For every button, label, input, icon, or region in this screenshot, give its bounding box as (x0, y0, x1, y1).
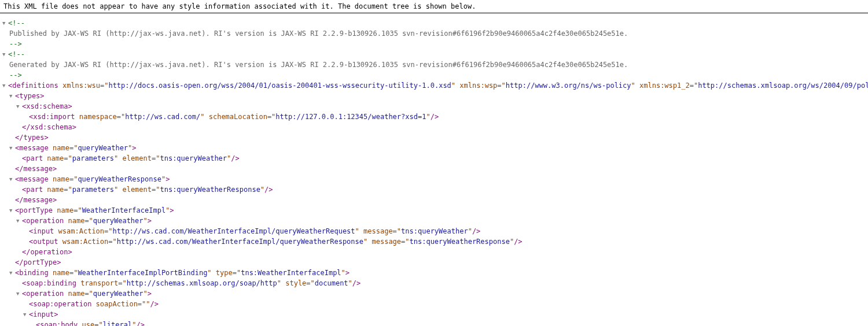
toggle-icon[interactable]: ▼ (16, 103, 22, 111)
toggle-icon[interactable]: ▼ (2, 51, 8, 59)
comment-close: --> (9, 40, 22, 48)
xsd-import: <xsd:import namespace="http://ws.cad.com… (2, 112, 866, 122)
output: <output wsam:Action="http://ws.cad.com/W… (2, 236, 866, 247)
comment-open: <!-- (8, 19, 25, 27)
comment-open: <!-- (8, 50, 25, 58)
toggle-icon[interactable]: ▼ (9, 92, 15, 101)
toggle-icon[interactable]: ▼ (16, 217, 22, 225)
types-close: </types> (15, 134, 49, 142)
input: <input wsam:Action="http://ws.cad.com/We… (2, 226, 866, 236)
part: <part name="parameters" element="tns:que… (2, 184, 866, 195)
toggle-icon[interactable]: ▼ (9, 207, 15, 215)
xsd-schema-open: <xsd:schema> (22, 102, 72, 110)
definitions-open: ▼<definitions xmlns:wsu="http://docs.oas… (2, 80, 866, 91)
xsd-schema-close: </xsd:schema> (22, 123, 76, 131)
comment-close: --> (9, 71, 22, 79)
comment-text: Published by JAX-WS RI (http://jax-ws.ja… (9, 29, 628, 38)
toggle-icon[interactable]: ▼ (23, 311, 29, 319)
soap-operation: <soap:operation soapAction=""/> (2, 299, 866, 309)
binding-operation: ▼<operation name="queryWeather"> (2, 288, 866, 299)
comment-text: Generated by JAX-WS RI (http://jax-ws.ja… (9, 61, 628, 69)
toggle-icon[interactable]: ▼ (2, 82, 8, 90)
toggle-icon[interactable]: ▼ (9, 145, 15, 153)
soap-body: <soap:body use="literal"/> (2, 320, 866, 326)
part: <part name="parameters" element="tns:que… (2, 153, 866, 164)
message-queryweatherresponse: ▼<message name="queryWeatherResponse"> (2, 174, 866, 184)
input-open: <input> (29, 310, 58, 318)
operation: ▼<operation name="queryWeather"> (2, 216, 866, 226)
binding: ▼<binding name="WeatherInterfaceImplPort… (2, 268, 866, 278)
types-open: <types> (15, 92, 45, 100)
soap-binding: <soap:binding transport="http://schemas.… (2, 278, 866, 288)
message-queryweather: ▼<message name="queryWeather"> (2, 143, 866, 153)
xml-tree: ▼<!-- Published by JAX-WS RI (http://jax… (0, 13, 868, 326)
toggle-icon[interactable]: ▼ (2, 20, 8, 28)
toggle-icon[interactable]: ▼ (9, 269, 15, 277)
toggle-icon[interactable]: ▼ (9, 176, 15, 184)
porttype: ▼<portType name="WeatherInterfaceImpl"> (2, 205, 866, 216)
xml-style-warning: This XML file does not appear to have an… (0, 0, 868, 13)
toggle-icon[interactable]: ▼ (16, 290, 22, 298)
